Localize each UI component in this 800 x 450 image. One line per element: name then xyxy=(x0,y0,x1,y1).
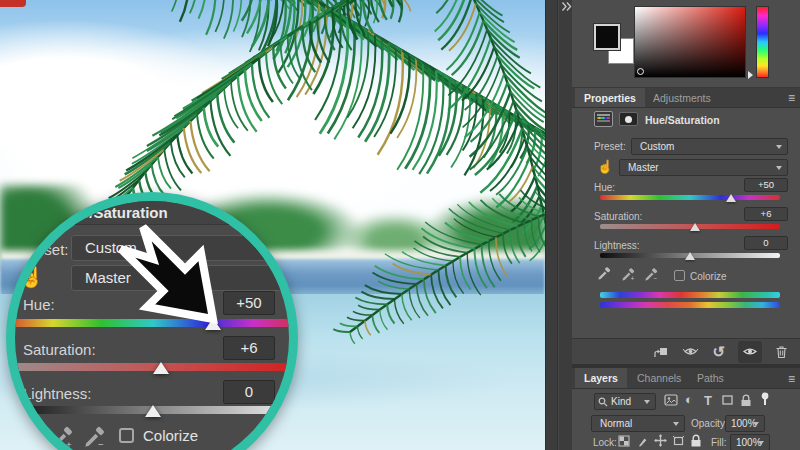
chevron-down-icon xyxy=(753,422,759,429)
filter-pixel-layers-icon[interactable] xyxy=(664,394,678,406)
tab-properties[interactable]: Properties xyxy=(575,88,645,107)
saturation-label: Saturation: xyxy=(594,211,642,222)
hue-value-input[interactable]: +50 xyxy=(744,178,788,192)
hue-slider[interactable] xyxy=(600,195,780,200)
saturation-brightness-field[interactable] xyxy=(634,6,746,78)
panel-group: Properties Adjustments ≡ Hue/Saturation … xyxy=(572,0,800,450)
hue-strip[interactable] xyxy=(756,6,769,78)
chevron-down-icon xyxy=(673,422,679,429)
lock-label: Lock: xyxy=(593,437,617,448)
filter-toggle-pin-icon[interactable] xyxy=(759,392,771,407)
blend-mode-dropdown[interactable]: Normal xyxy=(591,415,685,432)
callout-colorize-checkbox xyxy=(119,428,134,443)
callout-saturation-value: +6 xyxy=(223,336,275,360)
lock-transparency-icon[interactable] xyxy=(618,435,630,447)
eye-icon xyxy=(743,346,757,357)
panel-dock-strip xyxy=(545,0,572,450)
clip-to-layer-icon[interactable] xyxy=(653,345,669,359)
collapse-panels-icon[interactable] xyxy=(561,1,572,13)
lock-artboard-icon[interactable] xyxy=(672,435,685,447)
previous-state-eye-icon[interactable] xyxy=(682,345,699,358)
layer-mask-icon[interactable] xyxy=(619,112,638,126)
callout-lightness-label: Lightness: xyxy=(23,385,91,402)
red-corner-element xyxy=(0,0,26,7)
panel-menu-icon[interactable]: ≡ xyxy=(788,91,795,105)
eyedropper-minus-icon[interactable]: − xyxy=(644,267,659,282)
chevron-down-icon xyxy=(758,441,764,448)
filter-type-layers-icon[interactable]: T xyxy=(704,394,712,407)
lightness-label: Lightness: xyxy=(594,240,640,251)
lock-all-padlock-icon[interactable] xyxy=(690,434,702,447)
hue-slider-thumb[interactable] xyxy=(726,194,736,202)
search-icon xyxy=(598,397,608,407)
properties-tabbar: Properties Adjustments ≡ xyxy=(572,88,800,108)
fill-label: Fill: xyxy=(711,437,727,448)
tab-adjustments[interactable]: Adjustments xyxy=(644,88,720,107)
callout-eyedropper-minus-icon: − xyxy=(83,425,107,449)
hue-label: Hue: xyxy=(594,182,615,193)
foreground-color-swatch[interactable] xyxy=(594,24,620,50)
channel-dropdown[interactable]: Master xyxy=(619,159,788,176)
callout-lightness-value: 0 xyxy=(223,380,275,404)
lightness-slider-thumb[interactable] xyxy=(685,252,695,260)
reset-adjustment-icon[interactable]: ↺ xyxy=(712,345,725,358)
targeted-adjustment-icon[interactable]: ☝ xyxy=(597,159,613,174)
svg-text:+: + xyxy=(630,275,634,282)
callout-targeted-adjustment-icon: ☝ xyxy=(19,265,44,289)
tab-channels[interactable]: Channels xyxy=(628,368,690,388)
callout-channel-dropdown: Master xyxy=(71,265,298,291)
callout-saturation-label: Saturation: xyxy=(23,341,96,358)
callout-hue-slider xyxy=(6,319,298,327)
svg-text:−: − xyxy=(98,439,104,449)
chevron-down-icon xyxy=(776,166,782,173)
hue-spectrum-original xyxy=(600,292,780,298)
huesat-thumbnail-icon xyxy=(594,111,613,127)
colorize-checkbox[interactable] xyxy=(674,270,685,281)
color-field-cursor[interactable] xyxy=(637,68,644,75)
opacity-dropdown[interactable]: 100% xyxy=(725,415,765,432)
preset-dropdown[interactable]: Custom xyxy=(631,138,788,155)
preset-label: Preset: xyxy=(594,141,626,152)
callout-lightness-slider-thumb xyxy=(145,405,161,417)
saturation-slider-thumb[interactable] xyxy=(690,223,700,231)
callout-hue-value: +50 xyxy=(223,291,275,315)
svg-text:+: + xyxy=(66,439,72,449)
color-picker-panel xyxy=(572,0,800,88)
eyedropper-plus-icon[interactable]: + xyxy=(621,267,636,282)
svg-text:−: − xyxy=(653,275,657,282)
callout-eyedropper-plus-icon: + xyxy=(51,425,75,449)
layer-filter-kind-dropdown[interactable]: Kind xyxy=(594,393,656,410)
filter-shape-layers-icon[interactable] xyxy=(721,394,734,406)
callout-colorize-label: Colorize xyxy=(143,427,198,444)
chevron-down-icon xyxy=(776,145,782,152)
dock-divider xyxy=(558,0,559,450)
fill-dropdown[interactable]: 100% xyxy=(730,434,770,450)
filter-smart-objects-icon[interactable] xyxy=(740,394,752,407)
visibility-toggle-button[interactable] xyxy=(738,341,762,363)
hue-spectrum-shifted xyxy=(600,302,780,308)
saturation-value-input[interactable]: +6 xyxy=(744,207,788,221)
lock-position-move-icon[interactable] xyxy=(654,434,667,447)
colorize-label: Colorize xyxy=(690,271,727,282)
tab-layers[interactable]: Layers xyxy=(575,368,627,388)
filter-adjustment-layers-icon[interactable]: ◐ xyxy=(685,393,693,406)
properties-toolbar: ↺ xyxy=(572,338,800,364)
opacity-label: Opacity: xyxy=(691,418,728,429)
callout-hue-label: Hue: xyxy=(23,296,55,313)
layers-menu-icon[interactable]: ≡ xyxy=(788,372,795,386)
layers-tabbar: Layers Channels Paths ≡ xyxy=(572,368,800,389)
tab-paths[interactable]: Paths xyxy=(688,368,733,388)
callout-hue-slider-thumb xyxy=(205,318,221,330)
adjustment-title: Hue/Saturation xyxy=(645,114,720,126)
chevron-down-icon xyxy=(644,400,650,407)
lightness-value-input[interactable]: 0 xyxy=(744,236,788,250)
lock-paint-brush-icon[interactable] xyxy=(636,435,648,447)
photoshop-window: Properties Adjustments ≡ Hue/Saturation … xyxy=(0,0,800,450)
callout-saturation-slider-thumb xyxy=(153,362,169,374)
eyedropper-icon[interactable] xyxy=(597,266,612,281)
delete-adjustment-trash-icon[interactable] xyxy=(775,345,788,359)
callout-saturation-slider xyxy=(6,363,298,371)
